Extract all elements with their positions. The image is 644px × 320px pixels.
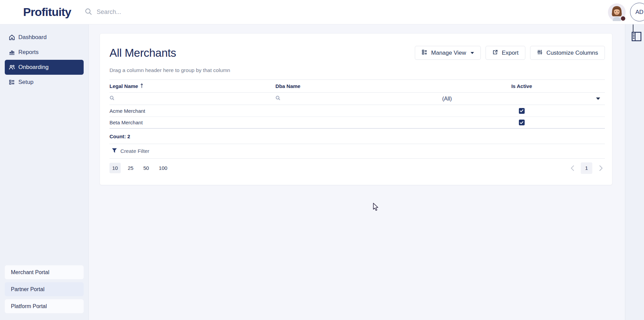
toolbar: Manage View Export (415, 46, 605, 60)
header-right-group: AD (608, 3, 644, 21)
sidebar-item-onboarding[interactable]: Onboarding (5, 60, 84, 75)
panel-toggle-icon[interactable] (631, 32, 642, 43)
column-header-is-active[interactable]: Is Active (438, 83, 605, 89)
chevron-right-icon (599, 165, 603, 171)
is-active-filter-value: (All) (442, 96, 452, 102)
column-header-label: Is Active (511, 83, 532, 89)
page-size-option-25[interactable]: 25 (125, 163, 136, 173)
export-label: Export (502, 50, 519, 56)
grid-header-row: Legal Name Dba Name Is Active (109, 80, 605, 93)
sidebar-item-label: Onboarding (18, 64, 49, 71)
sidebar: Dashboard Reports (0, 24, 89, 320)
top-header-bar: Profituity (0, 0, 644, 24)
column-header-label: Legal Name (109, 83, 138, 89)
global-search[interactable] (85, 8, 608, 17)
sidebar-item-label: Setup (18, 79, 33, 86)
merchant-portal-button[interactable]: Merchant Portal (5, 265, 84, 279)
current-page-indicator[interactable]: 1 (581, 162, 592, 174)
grid-pager: 10 25 50 100 1 (109, 159, 605, 177)
export-icon (492, 49, 498, 57)
dba-name-filter-input[interactable] (275, 95, 438, 102)
manage-view-label: Manage View (431, 50, 466, 56)
manage-view-button[interactable]: Manage View (415, 46, 481, 60)
next-page-button[interactable] (597, 164, 605, 172)
column-header-label: Dba Name (275, 83, 300, 89)
avatar-status-dot (621, 16, 625, 21)
row-count: Count: 2 (109, 134, 130, 139)
main-content: All Merchants Manage (89, 24, 625, 320)
table-row[interactable]: Beta Merchant (109, 117, 605, 129)
app-logo: Profituity (23, 5, 71, 19)
customize-columns-button[interactable]: Customize Columns (530, 46, 605, 60)
customize-columns-label: Customize Columns (546, 50, 598, 56)
sidebar-item-label: Reports (18, 49, 39, 56)
sliders-icon (537, 49, 543, 57)
app-root: Profituity (0, 0, 644, 320)
page-size-option-50[interactable]: 50 (140, 163, 152, 173)
chevron-down-icon (596, 97, 600, 100)
create-filter-button[interactable]: Create Filter (109, 144, 605, 159)
grid-filter-row: (All) (109, 93, 605, 105)
all-merchants-card: All Merchants Manage (100, 33, 612, 185)
partner-portal-button[interactable]: Partner Portal (5, 282, 84, 296)
home-icon (9, 34, 15, 41)
user-avatar[interactable] (608, 3, 626, 21)
bar-chart-icon (9, 49, 15, 56)
search-icon (85, 8, 92, 17)
sort-ascending-icon (140, 83, 143, 89)
table-row[interactable]: Acme Merchant (109, 105, 605, 117)
sidebar-item-label: Dashboard (18, 34, 47, 41)
legal-name-cell: Acme Merchant (109, 108, 275, 114)
page-size-selector: 10 25 50 100 (109, 163, 170, 173)
sidebar-item-reports[interactable]: Reports (5, 45, 84, 60)
page-navigation: 1 (568, 162, 605, 174)
platform-portal-button[interactable]: Platform Portal (5, 299, 84, 313)
layout-list-icon (422, 49, 427, 57)
portal-label: Platform Portal (11, 303, 47, 309)
column-header-legal-name[interactable]: Legal Name (109, 83, 275, 89)
sidebar-item-setup[interactable]: Setup (5, 75, 84, 90)
page-size-option-10[interactable]: 10 (109, 163, 121, 173)
sidebar-spacer (5, 90, 84, 262)
portal-label: Merchant Portal (11, 269, 49, 275)
filter-icon (112, 148, 117, 154)
previous-page-button[interactable] (568, 164, 576, 172)
merchants-data-grid: Legal Name Dba Name Is Active (109, 79, 605, 177)
chevron-down-icon (471, 52, 474, 54)
search-input[interactable] (97, 8, 273, 16)
is-active-checkbox[interactable] (519, 108, 525, 114)
column-header-dba-name[interactable]: Dba Name (275, 83, 438, 89)
check-icon (520, 121, 524, 125)
panel-handle-line (633, 24, 633, 32)
grid-summary-row: Count: 2 (109, 129, 605, 144)
list-detail-icon (9, 79, 15, 86)
portal-label: Partner Portal (11, 286, 45, 292)
is-active-filter-select[interactable]: (All) (438, 96, 605, 102)
check-icon (520, 109, 524, 113)
group-by-drop-zone[interactable]: Drag a column header here to group by th… (109, 67, 605, 73)
legal-name-cell: Beta Merchant (109, 120, 275, 125)
search-icon (275, 95, 281, 102)
chevron-left-icon (570, 165, 575, 171)
user-initials-badge[interactable]: AD (630, 3, 644, 21)
sidebar-item-dashboard[interactable]: Dashboard (5, 30, 84, 45)
search-icon (109, 95, 115, 102)
user-initials: AD (635, 9, 644, 16)
right-panel-strip (625, 24, 644, 320)
legal-name-filter-input[interactable] (109, 95, 275, 102)
page-title: All Merchants (109, 47, 176, 59)
create-filter-label: Create Filter (120, 148, 149, 154)
page-size-option-100[interactable]: 100 (156, 163, 170, 173)
is-active-checkbox[interactable] (519, 120, 525, 125)
export-button[interactable]: Export (486, 46, 525, 60)
people-icon (9, 64, 15, 71)
